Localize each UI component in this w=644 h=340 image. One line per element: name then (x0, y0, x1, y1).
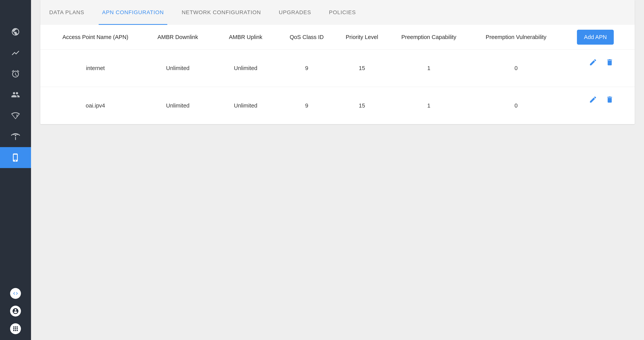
phone-icon (11, 153, 20, 162)
nav-people[interactable] (0, 84, 31, 105)
nav-globe[interactable] (0, 21, 31, 42)
cell-apn: oai.ipv4 (49, 103, 142, 109)
main-content: DATA PLANS APN CONFIGURATION NETWORK CON… (31, 0, 644, 340)
cell-preemption-capability: 1 (388, 103, 470, 109)
delete-button[interactable] (606, 96, 614, 104)
cell-qos: 9 (278, 103, 336, 109)
apps-icon (12, 325, 19, 332)
col-header-preemption-vulnerability: Preemption Vulnerability (470, 34, 562, 40)
sidebar (0, 0, 31, 340)
tab-upgrades[interactable]: UPGRADES (270, 0, 320, 25)
nav-signal[interactable] (0, 105, 31, 126)
cell-uplink: Unlimited (214, 103, 278, 109)
people-icon (11, 90, 20, 99)
cell-downlink: Unlimited (142, 65, 214, 71)
nav-phone[interactable] (0, 147, 31, 168)
delete-button[interactable] (606, 58, 614, 66)
globe-icon (11, 27, 20, 36)
nav-antenna[interactable] (0, 126, 31, 147)
col-header-qos: QoS Class ID (278, 34, 336, 40)
table-row: oai.ipv4 Unlimited Unlimited 9 15 1 0 (40, 87, 635, 124)
edit-button[interactable] (589, 96, 597, 104)
content-card: DATA PLANS APN CONFIGURATION NETWORK CON… (40, 0, 635, 124)
col-header-uplink: AMBR Uplink (214, 34, 278, 40)
cell-apn: internet (49, 65, 142, 71)
cell-preemption-vulnerability: 0 (470, 103, 562, 109)
code-icon (13, 291, 18, 296)
tab-bar: DATA PLANS APN CONFIGURATION NETWORK CON… (40, 0, 635, 25)
tab-data-plans[interactable]: DATA PLANS (40, 0, 93, 25)
col-header-priority: Priority Level (336, 34, 388, 40)
cell-preemption-capability: 1 (388, 65, 470, 71)
add-apn-button[interactable]: Add APN (577, 30, 614, 45)
alarm-icon (11, 69, 20, 78)
cell-uplink: Unlimited (214, 65, 278, 71)
table-header: Access Point Name (APN) AMBR Downlink AM… (40, 25, 635, 50)
cell-priority: 15 (336, 65, 388, 71)
nav-account[interactable] (10, 306, 21, 316)
antenna-icon (11, 132, 20, 141)
col-header-preemption-capability: Preemption Capability (388, 34, 470, 40)
tab-network-configuration[interactable]: NETWORK CONFIGURATION (173, 0, 270, 25)
trending-icon (11, 48, 20, 57)
edit-button[interactable] (589, 58, 597, 66)
cell-preemption-vulnerability: 0 (470, 65, 562, 71)
cell-priority: 15 (336, 103, 388, 109)
edit-icon (589, 96, 597, 104)
nav-alarm[interactable] (0, 63, 31, 84)
col-header-apn: Access Point Name (APN) (49, 34, 142, 40)
edit-icon (589, 58, 597, 66)
cell-downlink: Unlimited (142, 103, 214, 109)
table-row: internet Unlimited Unlimited 9 15 1 0 (40, 50, 635, 87)
tab-policies[interactable]: POLICIES (320, 0, 365, 25)
col-header-downlink: AMBR Downlink (142, 34, 214, 40)
nav-code[interactable] (10, 288, 21, 299)
signal-icon (11, 111, 20, 120)
nav-trending[interactable] (0, 42, 31, 63)
delete-icon (606, 58, 614, 66)
tab-apn-configuration[interactable]: APN CONFIGURATION (93, 0, 173, 25)
delete-icon (606, 96, 614, 104)
cell-qos: 9 (278, 65, 336, 71)
account-icon (12, 307, 19, 314)
nav-apps[interactable] (10, 323, 21, 334)
